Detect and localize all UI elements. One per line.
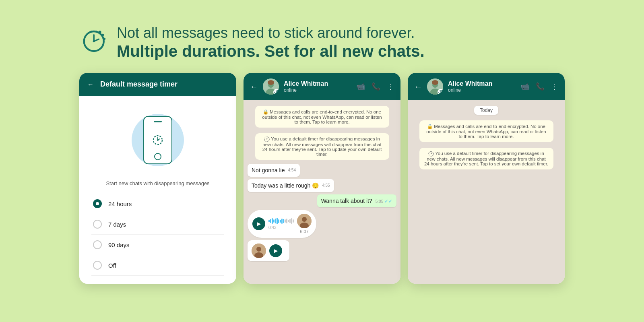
panel2-partial-bubble: ▶ [248,240,289,261]
panel2-msg1-time: 4:54 [288,168,296,172]
panel2-msg2: Today was a little rough 😔 4:55 [248,179,334,192]
voice-sent-time: 6:07 [300,229,308,234]
voice-times: 0:43 [268,225,294,230]
video-call-icon[interactable]: 📹 [356,82,365,91]
phone-device [143,116,172,164]
panel1-description: Start new chats with disappearing messag… [106,180,209,186]
voice-elapsed-time: 0:43 [268,225,276,230]
voice-msg-right: 6:07 [297,214,312,234]
panel1-body: Start new chats with disappearing messag… [79,96,236,284]
panel2-msg1: Not gonna lie 4:54 [248,164,300,177]
lock-icon: 🔒 [263,109,268,114]
panel3-encryption-notice[interactable]: 🔒 Messages and calls are end-to-end encr… [419,120,553,142]
svg-point-11 [268,80,274,85]
radio-label-7d: 7 days [108,221,126,228]
panel3-back-button[interactable]: ← [414,82,422,91]
timer-notice-icon [264,136,270,142]
radio-item-off[interactable]: Off [91,255,224,276]
today-badge: Today [474,106,498,115]
panel2-chat-body: 🔒 Messages and calls are end-to-end encr… [244,100,400,284]
panel3-timer-icon [438,90,443,95]
panel2-contact-status: online [284,87,351,93]
panel3-avatar-timer [438,89,443,95]
svg-point-18 [256,247,261,252]
svg-point-7 [157,139,159,141]
panel3-timer-notice[interactable]: You use a default timer for disappearing… [419,148,553,169]
svg-point-2 [99,31,101,33]
double-tick-icon: ✓✓ [384,198,392,204]
panel2-header-icons: 📹 📞 ⋮ [356,82,394,91]
panel-chat-messages: ← Alice Whitman [244,73,400,284]
radio-circle-24h[interactable] [93,199,102,208]
panel3-contact-status: online [448,87,516,93]
header-section: Not all messages need to stick around fo… [0,0,644,73]
panel1-title: Default message timer [100,80,178,89]
voice-avatar [297,214,312,228]
svg-point-23 [432,80,438,85]
panel2-contact-info: Alice Whitman online [284,80,351,93]
panel2-msg2-time: 4:55 [322,183,330,188]
radio-label-90d: 90 days [108,242,130,248]
panel2-avatar-timer [273,89,279,95]
radio-item-90d[interactable]: 90 days [91,235,224,255]
phone-illustration [126,108,190,172]
radio-circle-off[interactable] [93,261,102,270]
panel3-video-call-icon[interactable]: 📹 [520,82,529,91]
panel3-contact-info: Alice Whitman online [448,80,516,93]
radio-circle-90d[interactable] [93,240,102,249]
panel3-header-icons: 📹 📞 ⋮ [520,82,558,91]
voice-play-button[interactable]: ▶ [252,217,265,230]
timer-logo-icon [80,26,109,54]
radio-options-list: 24 hours 7 days 90 days Off [87,194,228,276]
panel3-header: ← Alice Whitman online [408,73,565,100]
panel2-voice-msg: ▶ [248,210,316,238]
panel2-msg2-text: Today was a little rough 😔 [252,182,319,189]
panel2-msg1-text: Not gonna lie [252,167,285,173]
avatar-timer-icon [274,90,279,95]
phone-call-icon[interactable]: 📞 [372,82,380,91]
phone-timer-svg [152,134,164,146]
partial-avatar-svg [252,244,266,258]
voice-avatar-svg [297,214,312,228]
panel3-phone-call-icon[interactable]: 📞 [536,82,545,91]
header-title: Multiple durations. Set for all new chat… [117,41,425,61]
panel2-header: ← Alice Whitman [244,73,400,100]
panel2-msg3-time: 5:05 ✓✓ [376,198,392,204]
radio-label-24h: 24 hours [108,200,132,207]
panel2-back-button[interactable]: ← [250,82,258,91]
svg-point-1 [93,40,95,42]
panel1-header: ← Default message timer [79,73,236,96]
panel1-back-button[interactable]: ← [87,81,94,88]
panels-container: ← Default message timer Start new chats … [0,73,644,284]
header-text-block: Not all messages need to stick around fo… [117,24,425,61]
svg-point-3 [101,34,104,36]
panel-chat-second: ← Alice Whitman online [408,73,565,284]
panel3-chat-body: Today 🔒 Messages and calls are end-to-en… [408,100,565,284]
radio-item-24h[interactable]: 24 hours [91,194,224,214]
panel3-contact-name: Alice Whitman [448,80,516,87]
radio-item-7d[interactable]: 7 days [91,214,224,235]
panel2-msg3-text: Wanna talk about it? [321,198,372,204]
header-tagline: Not all messages need to stick around fo… [117,24,425,41]
voice-waveform: 0:43 [268,219,294,229]
panel3-more-options-icon[interactable]: ⋮ [551,82,558,91]
panel2-msg3: Wanna talk about it? 5:05 ✓✓ [317,194,396,207]
svg-point-15 [302,217,307,222]
panel2-contact-name: Alice Whitman [284,80,351,87]
panel2-encryption-notice[interactable]: 🔒 Messages and calls are end-to-end encr… [255,106,389,128]
panel2-timer-notice[interactable]: You use a default timer for disappearing… [255,133,389,160]
radio-label-off: Off [108,262,116,269]
partial-avatar [252,244,266,258]
radio-circle-7d[interactable] [93,220,102,229]
panel3-avatar [427,78,443,95]
panel2-avatar [263,78,279,95]
waveform-bars [268,218,294,224]
panel-default-timer: ← Default message timer Start new chats … [79,73,236,284]
svg-point-4 [103,38,105,40]
more-options-icon[interactable]: ⋮ [387,82,394,91]
panel3-lock-icon: 🔒 [427,124,433,129]
partial-play-button[interactable]: ▶ [269,244,282,257]
panel3-timer-notice-icon [428,151,434,157]
